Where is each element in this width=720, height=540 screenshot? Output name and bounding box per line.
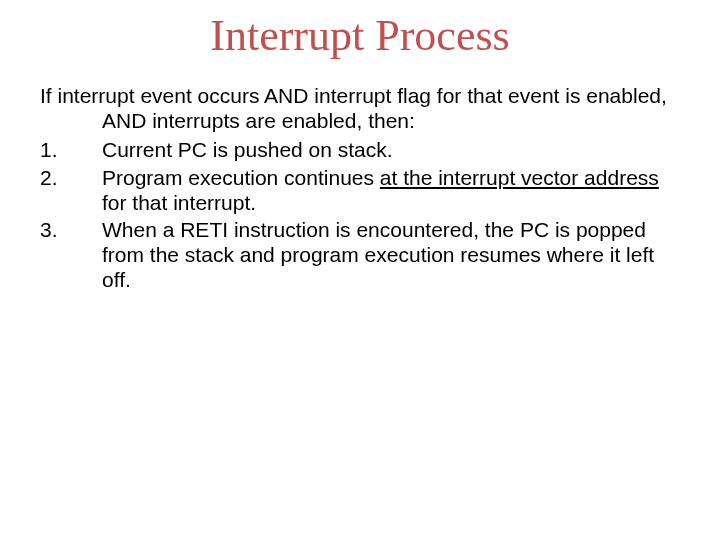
list-number: 1. — [40, 137, 102, 162]
list-text: When a RETI instruction is encountered, … — [102, 217, 680, 293]
list-text: Program execution continues at the inter… — [102, 165, 680, 215]
list-item: 2. Program execution continues at the in… — [40, 165, 680, 215]
list-text-after: for that interrupt. — [102, 191, 256, 214]
slide-body: If interrupt event occurs AND interrupt … — [40, 83, 680, 293]
list-item: 3. When a RETI instruction is encountere… — [40, 217, 680, 293]
intro-prefix: If interrupt event occurs AND interrupt … — [40, 84, 580, 107]
slide: Interrupt Process If interrupt event occ… — [0, 0, 720, 540]
list-text: Current PC is pushed on stack. — [102, 137, 680, 162]
list-item: 1. Current PC is pushed on stack. — [40, 137, 680, 162]
list-text-before: Program execution continues — [102, 166, 380, 189]
intro-text: If interrupt event occurs AND interrupt … — [40, 83, 680, 133]
list-number: 2. — [40, 165, 102, 190]
list-text-underlined: at the interrupt vector address — [380, 166, 659, 189]
slide-title: Interrupt Process — [40, 0, 680, 83]
list-number: 3. — [40, 217, 102, 242]
ordered-list: 1. Current PC is pushed on stack. 2. Pro… — [40, 137, 680, 292]
